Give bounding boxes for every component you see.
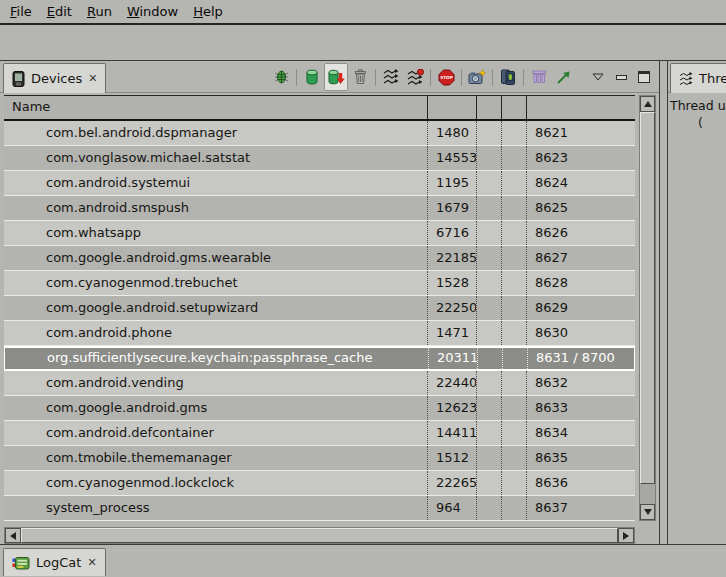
split-sash[interactable] bbox=[660, 61, 667, 544]
view-hierarchy-button[interactable] bbox=[527, 63, 551, 91]
table-row[interactable]: com.bel.android.dspmanager14808621 bbox=[4, 121, 635, 146]
triangle-left-icon bbox=[10, 532, 16, 540]
table-row[interactable]: com.google.android.gms126238633 bbox=[4, 396, 635, 421]
toolbar-separator bbox=[375, 69, 376, 86]
debug-button[interactable] bbox=[269, 63, 293, 91]
scroll-up-button[interactable] bbox=[640, 96, 655, 112]
update-heap-button[interactable] bbox=[300, 63, 324, 91]
vertical-scroll-thumb[interactable] bbox=[640, 112, 655, 484]
process-name-cell: com.whatsapp bbox=[4, 221, 428, 245]
pid-cell: 1512 bbox=[428, 446, 477, 470]
status-cell-1 bbox=[477, 271, 502, 295]
status-cell-2 bbox=[502, 271, 527, 295]
dump-hprof-button[interactable] bbox=[324, 63, 348, 91]
table-row[interactable]: com.vonglasow.michael.satstat145538623 bbox=[4, 146, 635, 171]
pid-cell: 22440 bbox=[428, 371, 477, 395]
status-cell-1 bbox=[477, 246, 502, 270]
status-cell-2 bbox=[502, 171, 527, 195]
port-cell: 8629 bbox=[527, 296, 635, 320]
status-cell-2 bbox=[502, 321, 527, 345]
status-cell-1 bbox=[477, 171, 502, 195]
process-name-cell: com.android.defcontainer bbox=[4, 421, 428, 445]
minimize-button[interactable] bbox=[612, 66, 630, 88]
column-header-blank2[interactable] bbox=[502, 96, 527, 119]
table-row[interactable]: system_process9648637 bbox=[4, 496, 635, 521]
table-row[interactable]: com.google.android.gms.wearable221858627 bbox=[4, 246, 635, 271]
column-header-name[interactable]: Name bbox=[4, 96, 428, 119]
heap-cylinder-icon bbox=[306, 69, 318, 85]
port-cell: 8624 bbox=[527, 171, 635, 195]
status-cell-2 bbox=[502, 146, 527, 170]
pid-cell: 964 bbox=[428, 496, 477, 520]
table-row[interactable]: com.cyanogenmod.trebuchet15288628 bbox=[4, 271, 635, 296]
menu-window[interactable]: Window bbox=[127, 4, 178, 19]
device-view-button[interactable] bbox=[496, 63, 520, 91]
status-cell-1 bbox=[477, 296, 502, 320]
stop-process-button[interactable]: STOP bbox=[434, 63, 458, 91]
table-row[interactable]: com.tmobile.thememanager15128635 bbox=[4, 446, 635, 471]
table-row[interactable]: com.android.smspush16798625 bbox=[4, 196, 635, 221]
table-row[interactable]: com.android.systemui11958624 bbox=[4, 171, 635, 196]
systrace-button[interactable] bbox=[551, 63, 575, 91]
status-cell-1 bbox=[477, 496, 502, 520]
process-name-cell: com.vonglasow.michael.satstat bbox=[4, 146, 428, 170]
scroll-left-button[interactable] bbox=[5, 528, 21, 543]
triangle-down-icon bbox=[644, 509, 652, 515]
main-toolbar bbox=[0, 25, 726, 60]
table-row[interactable]: com.whatsapp67168626 bbox=[4, 221, 635, 246]
status-cell-2 bbox=[502, 496, 527, 520]
menu-file[interactable]: File bbox=[10, 4, 32, 19]
pid-cell: 22250 bbox=[428, 296, 477, 320]
menu-run[interactable]: Run bbox=[87, 4, 112, 19]
logcat-icon bbox=[12, 556, 30, 570]
threads-icon bbox=[383, 69, 399, 85]
column-header-port[interactable] bbox=[527, 96, 635, 119]
threads-tabrow: Threads bbox=[668, 61, 726, 93]
cause-gc-button[interactable] bbox=[348, 63, 372, 91]
menu-help[interactable]: Help bbox=[193, 4, 223, 19]
status-cell-1 bbox=[477, 371, 502, 395]
pid-cell: 1195 bbox=[428, 171, 477, 195]
port-cell: 8627 bbox=[527, 246, 635, 270]
horizontal-scroll-thumb[interactable] bbox=[21, 528, 618, 543]
update-threads-button[interactable] bbox=[379, 63, 403, 91]
svg-text:STOP: STOP bbox=[440, 75, 453, 80]
screen-capture-button[interactable] bbox=[465, 63, 489, 91]
port-cell: 8630 bbox=[527, 321, 635, 345]
process-name-cell: com.cyanogenmod.lockclock bbox=[4, 471, 428, 495]
method-profiling-button[interactable] bbox=[403, 63, 427, 91]
table-row[interactable]: com.android.defcontainer144118634 bbox=[4, 421, 635, 446]
column-header-blank1[interactable] bbox=[477, 96, 502, 119]
scroll-right-button[interactable] bbox=[618, 528, 634, 543]
camera-icon bbox=[468, 69, 486, 85]
table-body: com.bel.android.dspmanager14808621com.vo… bbox=[4, 121, 635, 521]
green-arrow-icon bbox=[556, 70, 571, 85]
tab-devices[interactable]: Devices ✕ bbox=[3, 63, 106, 93]
close-icon[interactable]: ✕ bbox=[87, 556, 96, 569]
horizontal-scrollbar[interactable] bbox=[4, 527, 635, 544]
view-menu-button[interactable] bbox=[589, 66, 607, 88]
tab-threads[interactable]: Threads bbox=[670, 63, 726, 93]
table-row[interactable]: com.android.vending224408632 bbox=[4, 371, 635, 396]
table-row[interactable]: com.google.android.setupwizard222508629 bbox=[4, 296, 635, 321]
status-cell-1 bbox=[477, 221, 502, 245]
status-cell-2 bbox=[502, 471, 527, 495]
menu-edit[interactable]: Edit bbox=[47, 4, 72, 19]
tab-threads-label: Threads bbox=[699, 71, 726, 86]
pid-cell: 1528 bbox=[428, 271, 477, 295]
table-row[interactable]: com.cyanogenmod.lockclock222658636 bbox=[4, 471, 635, 496]
process-name-cell: com.google.android.setupwizard bbox=[4, 296, 428, 320]
vertical-scrollbar[interactable] bbox=[639, 95, 656, 521]
table-header: Name bbox=[4, 95, 635, 121]
close-icon[interactable]: ✕ bbox=[88, 72, 97, 85]
phone-icon bbox=[12, 71, 25, 87]
port-cell: 8635 bbox=[527, 446, 635, 470]
tab-logcat[interactable]: LogCat ✕ bbox=[3, 548, 106, 576]
scroll-down-button[interactable] bbox=[640, 504, 655, 520]
column-header-pid[interactable] bbox=[428, 96, 477, 119]
table-row[interactable]: org.sufficientlysecure.keychain:passphra… bbox=[4, 346, 635, 371]
maximize-button[interactable] bbox=[635, 66, 653, 88]
table-row[interactable]: com.android.phone14718630 bbox=[4, 321, 635, 346]
threads-pane: Threads Thread up ( bbox=[667, 61, 726, 544]
threads-icon bbox=[679, 72, 693, 86]
